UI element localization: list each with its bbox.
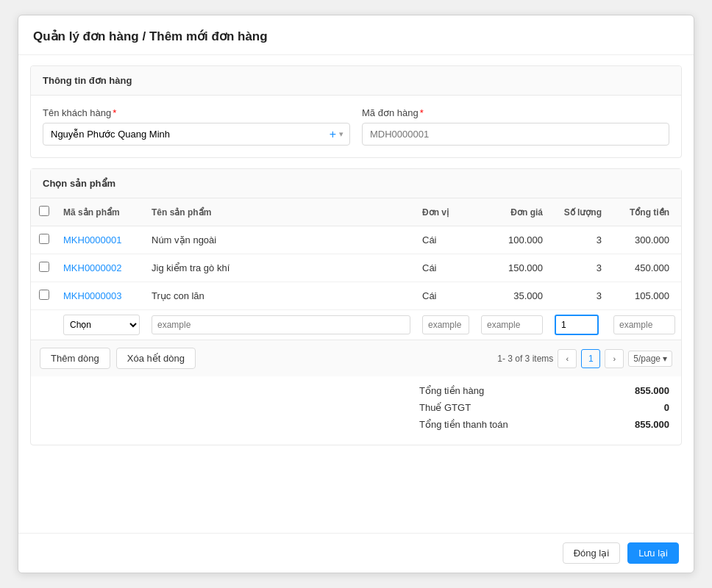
order-id-input[interactable]	[362, 123, 669, 146]
new-row-select-cell: Chọn	[57, 310, 146, 340]
chevron-down-icon[interactable]: ▾	[339, 129, 343, 139]
new-input-row: Chọn	[31, 310, 681, 340]
new-row-total-input[interactable]	[613, 315, 675, 334]
table-header-row: Mã sản phẩm Tên sản phẩm Đơn vị Đơn giá …	[31, 198, 681, 226]
row1-unit: Cái	[416, 226, 475, 254]
row3-unit: Cái	[416, 282, 475, 310]
new-row-unit-input[interactable]	[422, 315, 469, 334]
form-row: Tên khách hàng* + ▾ Mã đơn hàng*	[43, 107, 669, 146]
summary-subtotal-row: Tổng tiền hàng 855.000	[419, 382, 669, 399]
row2-price: 150.000	[475, 254, 549, 282]
per-page-select[interactable]: 5/page ▾	[628, 351, 672, 367]
pagination: 1- 3 of 3 items ‹ 1 › 5/page ▾	[497, 349, 672, 368]
summary-section: Tổng tiền hàng 855.000 Thuế GTGT 0 Tổng …	[31, 376, 681, 445]
row3-id: MKH0000003	[57, 282, 146, 310]
summary-tax-row: Thuế GTGT 0	[419, 399, 669, 416]
order-info-body: Tên khách hàng* + ▾ Mã đơn hàng*	[31, 96, 681, 157]
new-row-product-select[interactable]: Chọn	[63, 315, 140, 335]
tax-label: Thuế GTGT	[419, 402, 471, 413]
summary-table: Tổng tiền hàng 855.000 Thuế GTGT 0 Tổng …	[419, 382, 669, 433]
new-row-qty-input[interactable]	[555, 315, 599, 335]
row1-price: 100.000	[475, 226, 549, 254]
row2-product-link[interactable]: MKH0000002	[63, 262, 122, 273]
row2-total: 450.000	[608, 254, 681, 282]
row2-checkbox-cell	[31, 254, 57, 282]
order-info-header: Thông tin đơn hàng	[31, 66, 681, 96]
product-section-header: Chọn sản phẩm	[31, 169, 681, 198]
col-checkbox	[31, 198, 57, 226]
total-label: Tổng tiền thanh toán	[419, 419, 508, 430]
per-page-chevron-icon: ▾	[663, 354, 667, 364]
table-row: MKH0000002 Jig kiểm tra gò khí Cái 150.0…	[31, 254, 681, 282]
subtotal-value: 855.000	[610, 385, 669, 396]
modal-footer: Đóng lại Lưu lại	[18, 533, 694, 573]
col-header-tong: Tổng tiền	[608, 198, 681, 226]
row3-product-link[interactable]: MKH0000003	[63, 290, 122, 301]
row3-price: 35.000	[475, 282, 549, 310]
col-header-soluong: Số lượng	[549, 198, 608, 226]
tax-value: 0	[610, 402, 669, 413]
new-row-qty-cell	[549, 310, 608, 340]
col-header-dv: Đơn vị	[416, 198, 475, 226]
add-customer-icon[interactable]: +	[330, 128, 336, 141]
table-row: MKH0000001 Núm vặn ngoài Cái 100.000 3 3…	[31, 226, 681, 254]
new-row-price-cell	[475, 310, 549, 340]
row2-id: MKH0000002	[57, 254, 146, 282]
row3-checkbox[interactable]	[39, 290, 49, 300]
row1-total: 300.000	[608, 226, 681, 254]
row3-total: 105.000	[608, 282, 681, 310]
row3-checkbox-cell	[31, 282, 57, 310]
new-row-price-input[interactable]	[481, 315, 543, 334]
delete-rows-button[interactable]: Xóa hết dòng	[116, 348, 196, 369]
row3-qty: 3	[549, 282, 608, 310]
row1-checkbox-cell	[31, 226, 57, 254]
new-row-name-input[interactable]	[152, 315, 410, 334]
table-body: MKH0000001 Núm vặn ngoài Cái 100.000 3 3…	[31, 226, 681, 340]
next-page-button[interactable]: ›	[605, 349, 624, 368]
select-actions: + ▾	[330, 128, 349, 141]
row2-unit: Cái	[416, 254, 475, 282]
row3-name: Trục con lăn	[146, 282, 416, 310]
col-header-ten: Tên sản phẩm	[146, 198, 416, 226]
row2-checkbox[interactable]	[39, 262, 49, 272]
order-info-section: Thông tin đơn hàng Tên khách hàng* + ▾	[30, 65, 682, 158]
modal-container: Quản lý đơn hàng / Thêm mới đơn hàng Thô…	[18, 15, 694, 573]
pagination-info: 1- 3 of 3 items	[497, 354, 553, 364]
row2-name: Jig kiểm tra gò khí	[146, 254, 416, 282]
row1-qty: 3	[549, 226, 608, 254]
row1-product-link[interactable]: MKH0000001	[63, 234, 122, 245]
row2-qty: 3	[549, 254, 608, 282]
col-header-dongia: Đơn giá	[475, 198, 549, 226]
current-page-num[interactable]: 1	[581, 349, 600, 368]
select-all-checkbox[interactable]	[39, 206, 49, 216]
subtotal-label: Tổng tiền hàng	[419, 385, 484, 396]
customer-input[interactable]	[43, 123, 330, 145]
row1-checkbox[interactable]	[39, 234, 49, 244]
row1-name: Núm vặn ngoài	[146, 226, 416, 254]
save-button[interactable]: Lưu lại	[627, 542, 679, 564]
row1-id: MKH0000001	[57, 226, 146, 254]
col-header-ma: Mã sản phẩm	[57, 198, 146, 226]
product-table: Mã sản phẩm Tên sản phẩm Đơn vị Đơn giá …	[31, 198, 681, 340]
table-head: Mã sản phẩm Tên sản phẩm Đơn vị Đơn giá …	[31, 198, 681, 226]
prev-page-button[interactable]: ‹	[558, 349, 577, 368]
customer-select-wrapper[interactable]: + ▾	[43, 123, 350, 146]
new-row-unit-cell	[416, 310, 475, 340]
page-title: Quản lý đơn hàng / Thêm mới đơn hàng	[33, 29, 268, 43]
new-row-total-cell	[608, 310, 681, 340]
order-id-group: Mã đơn hàng*	[362, 107, 669, 146]
new-row-checkbox-cell	[31, 310, 57, 340]
order-id-label: Mã đơn hàng*	[362, 107, 669, 118]
product-section: Chọn sản phẩm Mã sản phẩm Tên sản phẩm Đ…	[30, 168, 682, 445]
table-footer: Thêm dòng Xóa hết dòng 1- 3 of 3 items ‹…	[31, 340, 681, 376]
customer-label: Tên khách hàng*	[43, 107, 350, 118]
total-value: 855.000	[610, 419, 669, 430]
modal-header: Quản lý đơn hàng / Thêm mới đơn hàng	[18, 15, 694, 55]
new-row-name-cell	[146, 310, 416, 340]
customer-group: Tên khách hàng* + ▾	[43, 107, 350, 146]
table-row: MKH0000003 Trục con lăn Cái 35.000 3 105…	[31, 282, 681, 310]
close-button[interactable]: Đóng lại	[563, 542, 620, 564]
summary-total-row: Tổng tiền thanh toán 855.000	[419, 416, 669, 433]
add-row-button[interactable]: Thêm dòng	[40, 348, 110, 369]
